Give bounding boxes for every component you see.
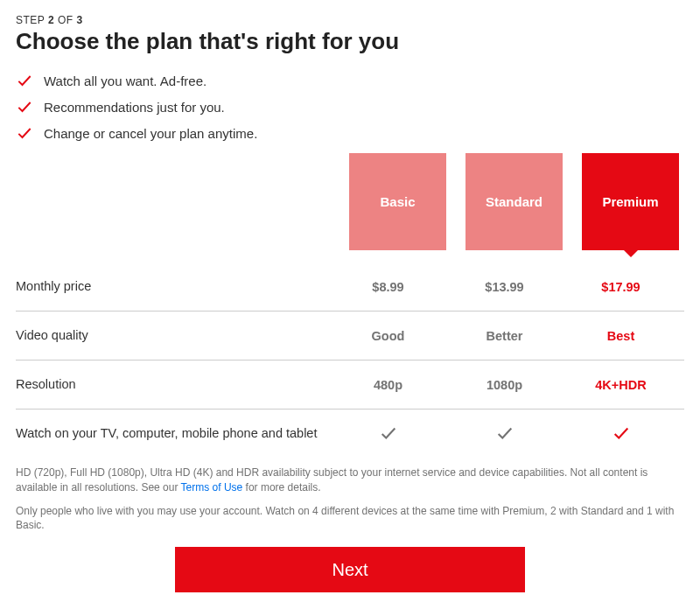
feature-row: Video qualityGoodBetterBest — [16, 312, 684, 360]
checkmark-icon — [495, 431, 514, 445]
benefit-text: Watch all you want. Ad-free. — [44, 74, 206, 88]
benefit-item: Change or cancel your plan anytime. — [16, 120, 684, 146]
page-title: Choose the plan that's right for you — [16, 28, 684, 55]
feature-label: Watch on your TV, computer, mobile phone… — [16, 425, 330, 443]
plan-option-standard[interactable]: Standard — [466, 153, 563, 250]
next-button[interactable]: Next — [175, 547, 525, 592]
feature-value: $17.99 — [563, 280, 679, 294]
terms-of-use-link[interactable]: Terms of Use — [181, 481, 243, 494]
feature-value: Good — [330, 329, 446, 343]
feature-value: 480p — [330, 378, 446, 392]
checkmark-icon — [16, 72, 33, 89]
plan-option-basic[interactable]: Basic — [349, 153, 446, 250]
feature-value: Better — [446, 329, 563, 343]
step-indicator: STEP 2 OF 3 — [16, 14, 684, 26]
disclaimer-text: HD (720p), Full HD (1080p), Ultra HD (4K… — [16, 466, 684, 495]
feature-value: 1080p — [446, 378, 563, 392]
plan-option-premium[interactable]: Premium — [582, 153, 679, 250]
plan-selector-row: Basic Standard Premium — [16, 153, 684, 250]
feature-value: 4K+HDR — [563, 378, 679, 392]
checkmark-icon — [16, 124, 33, 142]
feature-value — [446, 424, 563, 445]
feature-row: Watch on your TV, computer, mobile phone… — [16, 410, 684, 458]
benefit-item: Watch all you want. Ad-free. — [16, 67, 684, 94]
disclaimer-text: Only people who live with you may use yo… — [16, 504, 684, 534]
checkmark-icon — [612, 431, 631, 445]
benefit-text: Recommendations just for you. — [44, 100, 225, 115]
feature-value: Best — [563, 329, 679, 343]
checkmark-icon — [16, 98, 33, 116]
feature-label: Monthly price — [16, 278, 330, 296]
benefit-text: Change or cancel your plan anytime. — [44, 126, 257, 141]
feature-label: Video quality — [16, 327, 330, 345]
feature-value — [330, 424, 446, 445]
feature-value — [563, 424, 679, 445]
feature-value: $13.99 — [446, 280, 563, 294]
feature-label: Resolution — [16, 376, 330, 394]
checkmark-icon — [379, 431, 398, 445]
feature-row: Resolution480p1080p4K+HDR — [16, 360, 684, 410]
feature-row: Monthly price$8.99$13.99$17.99 — [16, 262, 684, 312]
feature-value: $8.99 — [330, 280, 446, 294]
benefit-list: Watch all you want. Ad-free. Recommendat… — [16, 67, 684, 146]
benefit-item: Recommendations just for you. — [16, 94, 684, 120]
